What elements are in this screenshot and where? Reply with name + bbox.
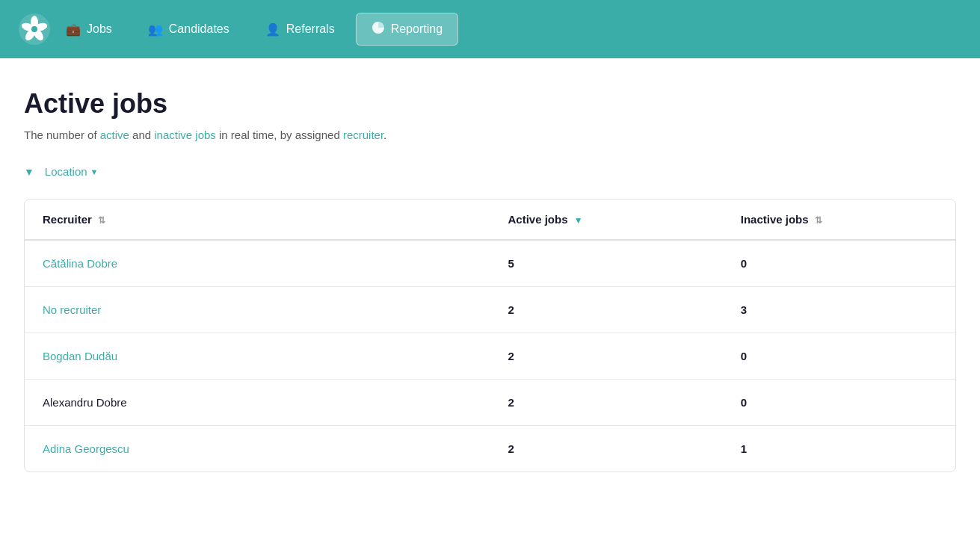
location-filter-caret: ▼ — [90, 167, 99, 176]
nav-reporting-label: Reporting — [391, 22, 443, 36]
recruiter-cell[interactable]: Bogdan Dudău — [25, 333, 490, 380]
active-jobs-cell: 2 — [490, 287, 723, 333]
jobs-icon: 💼 — [66, 22, 81, 37]
app-logo[interactable] — [18, 13, 51, 46]
filter-funnel-icon: ▼ — [24, 166, 34, 178]
recruiter-cell[interactable]: Adina Georgescu — [25, 426, 490, 472]
nav-referrals-label: Referrals — [286, 22, 335, 36]
column-header-recruiter[interactable]: Recruiter ⇅ — [25, 200, 490, 240]
main-content: Active jobs The number of active and ina… — [0, 58, 980, 541]
jobs-table: Recruiter ⇅ Active jobs ▼ Inactive jobs … — [25, 200, 955, 472]
jobs-table-container: Recruiter ⇅ Active jobs ▼ Inactive jobs … — [24, 199, 956, 472]
svg-point-6 — [31, 26, 37, 32]
table-row: Adina Georgescu21 — [25, 426, 955, 472]
nav-candidates-label: Candidates — [169, 22, 229, 36]
table-header: Recruiter ⇅ Active jobs ▼ Inactive jobs … — [25, 200, 955, 240]
nav-item-jobs[interactable]: 💼 Jobs — [51, 15, 127, 44]
table-row: Cătălina Dobre50 — [25, 240, 955, 287]
inactive-jobs-sort-icon: ⇅ — [815, 215, 822, 226]
nav-jobs-label: Jobs — [87, 22, 112, 36]
column-header-active-jobs[interactable]: Active jobs ▼ — [490, 200, 723, 240]
nav-item-referrals[interactable]: 👤 Referrals — [250, 15, 350, 44]
filter-bar: ▼ Location ▼ — [24, 162, 956, 181]
reporting-icon — [372, 21, 385, 37]
location-filter-button[interactable]: Location ▼ — [40, 162, 103, 181]
inactive-jobs-cell: 0 — [723, 333, 955, 380]
active-jobs-cell: 2 — [490, 380, 723, 426]
table-row: No recruiter23 — [25, 287, 955, 333]
inactive-jobs-cell: 3 — [723, 287, 955, 333]
inactive-jobs-cell: 1 — [723, 426, 955, 472]
candidates-icon: 👥 — [148, 22, 163, 37]
active-jobs-col-label: Active jobs — [508, 213, 568, 226]
inactive-jobs-col-label: Inactive jobs — [741, 213, 809, 226]
recruiter-col-label: Recruiter — [43, 213, 92, 226]
page-title: Active jobs — [24, 88, 956, 120]
referrals-icon: 👤 — [265, 22, 280, 37]
active-jobs-cell: 2 — [490, 333, 723, 380]
recruiter-cell[interactable]: No recruiter — [25, 287, 490, 333]
inactive-jobs-cell: 0 — [723, 240, 955, 287]
nav-items-container: 💼 Jobs 👥 Candidates 👤 Referrals Reportin… — [51, 13, 458, 46]
nav-item-candidates[interactable]: 👥 Candidates — [133, 15, 244, 44]
table-body: Cătălina Dobre50No recruiter23Bogdan Dud… — [25, 240, 955, 472]
main-nav: 💼 Jobs 👥 Candidates 👤 Referrals Reportin… — [0, 0, 980, 58]
table-row: Alexandru Dobre20 — [25, 380, 955, 426]
active-jobs-cell: 5 — [490, 240, 723, 287]
active-jobs-cell: 2 — [490, 426, 723, 472]
page-subtitle: The number of active and inactive jobs i… — [24, 129, 956, 141]
active-jobs-sort-icon: ▼ — [574, 215, 583, 226]
recruiter-sort-icon: ⇅ — [98, 215, 105, 226]
nav-item-reporting[interactable]: Reporting — [356, 13, 458, 46]
recruiter-cell[interactable]: Cătălina Dobre — [25, 240, 490, 287]
location-filter-label: Location — [45, 165, 87, 178]
table-row: Bogdan Dudău20 — [25, 333, 955, 380]
inactive-jobs-cell: 0 — [723, 380, 955, 426]
column-header-inactive-jobs[interactable]: Inactive jobs ⇅ — [723, 200, 955, 240]
recruiter-cell[interactable]: Alexandru Dobre — [25, 380, 490, 426]
